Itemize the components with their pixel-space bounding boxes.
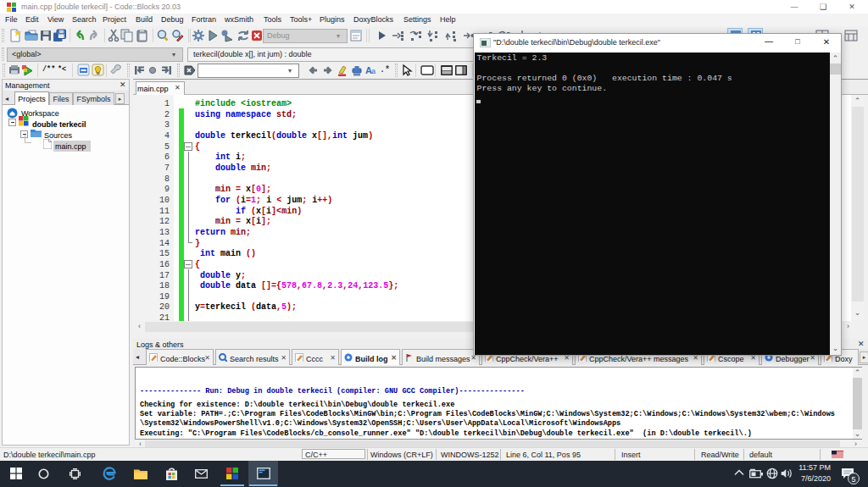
svg-text:a: a xyxy=(371,67,376,75)
svg-text:5: 5 xyxy=(851,475,855,484)
